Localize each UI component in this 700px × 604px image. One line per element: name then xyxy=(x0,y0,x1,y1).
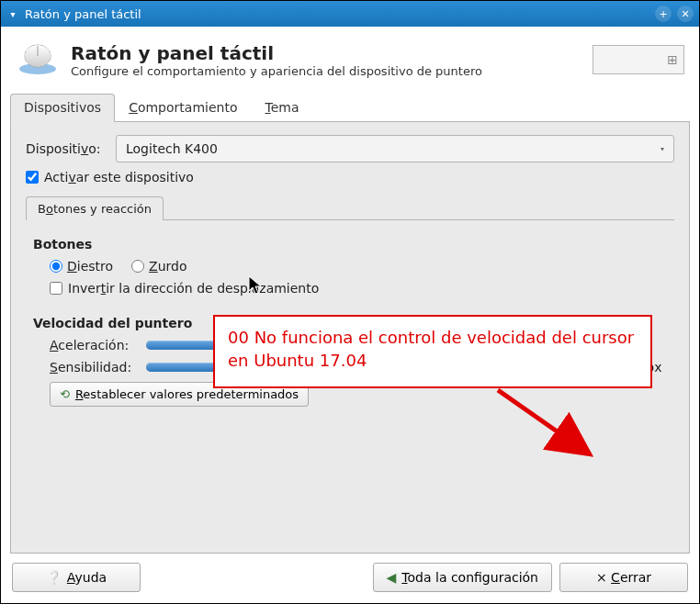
sensitivity-label: Sensibilidad: xyxy=(50,360,137,375)
window-title: Ratón y panel táctil xyxy=(25,7,649,21)
tab-body-devices: Dispositivo: Logitech K400 Activar este … xyxy=(10,122,690,554)
header-text: Ratón y panel táctil Configure el compor… xyxy=(71,42,482,78)
activate-device-input[interactable] xyxy=(26,171,39,184)
help-button[interactable]: ❔ Ayuda xyxy=(12,563,141,592)
right-handed-input[interactable] xyxy=(50,260,62,273)
left-handed-radio[interactable]: Zurdo xyxy=(131,259,186,274)
search-icon: ⊞ xyxy=(667,52,678,67)
all-settings-button[interactable]: ◀ Toda la configuración xyxy=(373,563,552,592)
close-window-icon[interactable]: ✕ xyxy=(677,6,694,22)
handedness-radios: Diestro Zurdo xyxy=(50,259,667,274)
device-select[interactable]: Logitech K400 xyxy=(116,135,674,162)
tab-behavior[interactable]: Comportamiento xyxy=(115,94,251,122)
subtab-buttons[interactable]: Botones y reacción xyxy=(26,196,164,220)
activate-device-label: Activar este dispositivo xyxy=(44,170,194,185)
footer-buttons: ❔ Ayuda ◀ Toda la configuración × Cerrar xyxy=(10,554,690,594)
main-tabs: Dispositivos Comportamiento Tema xyxy=(10,93,690,122)
reset-icon: ⟲ xyxy=(60,387,70,401)
page-title: Ratón y panel táctil xyxy=(71,42,482,64)
settings-window: ▾ Ratón y panel táctil + ✕ Ratón y panel… xyxy=(0,0,700,604)
preview-box: ⊞ xyxy=(593,45,684,74)
tab-devices[interactable]: Dispositivos xyxy=(10,94,115,122)
activate-device-checkbox[interactable]: Activar este dispositivo xyxy=(26,170,674,185)
annotation-callout: 00 No funciona el control de velocidad d… xyxy=(213,315,652,388)
acceleration-label: Aceleración: xyxy=(50,338,137,352)
mouse-icon xyxy=(16,39,60,80)
invert-scroll-input[interactable] xyxy=(50,282,62,295)
buttons-section: Botones Diestro Zurdo I xyxy=(26,228,674,299)
device-select-value: Logitech K400 xyxy=(126,141,218,156)
invert-scroll-checkbox[interactable]: Invertir la dirección de desplazamiento xyxy=(50,281,667,296)
content-area: Ratón y panel táctil Configure el compor… xyxy=(1,27,699,603)
buttons-heading: Botones xyxy=(33,237,667,252)
add-button-icon[interactable]: + xyxy=(655,6,672,22)
device-label: Dispositivo: xyxy=(26,141,108,156)
titlebar[interactable]: ▾ Ratón y panel táctil + ✕ xyxy=(1,1,699,27)
annotation-text: 00 No funciona el control de velocidad d… xyxy=(228,328,634,370)
left-handed-input[interactable] xyxy=(131,260,144,273)
help-icon: ❔ xyxy=(46,570,62,585)
subtabs: Botones y reacción xyxy=(26,196,674,220)
tab-theme[interactable]: Tema xyxy=(251,94,312,122)
device-row: Dispositivo: Logitech K400 xyxy=(26,135,674,162)
close-button[interactable]: × Cerrar xyxy=(559,563,688,592)
page-subtitle: Configure el comportamiento y apariencia… xyxy=(71,64,482,78)
app-menu-icon[interactable]: ▾ xyxy=(6,7,19,20)
header: Ratón y panel táctil Configure el compor… xyxy=(10,36,690,93)
back-icon: ◀ xyxy=(387,570,397,585)
right-handed-radio[interactable]: Diestro xyxy=(50,259,113,274)
